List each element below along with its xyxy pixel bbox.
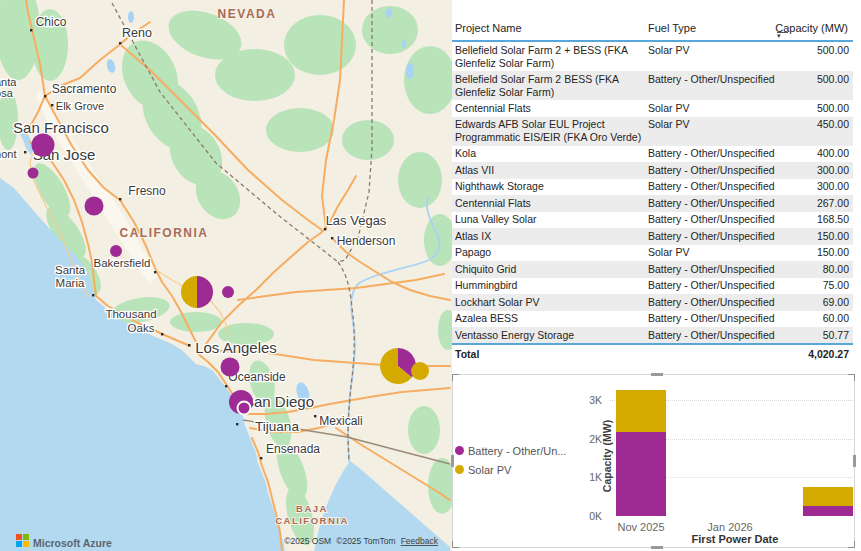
table-row[interactable]: Bellefield Solar Farm 2 BESS (FKA Glenfe… bbox=[452, 71, 853, 100]
ms-logo-yellow-square bbox=[23, 541, 29, 547]
table-row[interactable]: Ventasso Energy StorageBattery - Other/U… bbox=[452, 327, 853, 344]
city-label-mexicali: Mexicali bbox=[319, 414, 362, 428]
cell-capacity: 80.00 bbox=[800, 263, 853, 278]
y-axis-tick-label: 3K bbox=[578, 394, 602, 406]
cell-fuel-type: Solar PV bbox=[648, 44, 800, 72]
legend-label: Battery - Other/Un... bbox=[468, 445, 566, 457]
table-row[interactable]: PapagoSolar PV150.00 bbox=[452, 245, 853, 262]
cell-fuel-type: Solar PV bbox=[648, 118, 800, 146]
y-axis-tick-label: 1K bbox=[578, 471, 602, 483]
legend-label: Solar PV bbox=[468, 464, 511, 476]
azure-map[interactable]: NEVADA CALIFORNIA BAJA CALIFORNIA Chico … bbox=[0, 0, 452, 551]
total-value: 4,020.27 bbox=[800, 348, 853, 361]
resize-handle-bottom-right[interactable] bbox=[848, 541, 855, 548]
bar-segment-battery-other-unspecified[interactable] bbox=[616, 432, 666, 516]
ms-logo-green-square bbox=[23, 534, 29, 540]
cell-fuel-type: Battery - Other/Unspecified bbox=[648, 230, 800, 245]
bubble-battery-south-bay[interactable] bbox=[28, 168, 39, 179]
bar-segment-solar-pv[interactable] bbox=[616, 390, 666, 432]
table-row[interactable]: Bellefield Solar Farm 2 + BESS (FKA Glen… bbox=[452, 42, 853, 71]
city-label-reno: Reno bbox=[122, 26, 152, 40]
table-row[interactable]: KolaBattery - Other/Unspecified400.00 bbox=[452, 146, 853, 163]
cell-fuel-type: Battery - Other/Unspecified bbox=[648, 329, 800, 344]
city-label-las-vegas: Las Vegas bbox=[326, 213, 387, 228]
bubble-battery-central-valley[interactable] bbox=[85, 197, 104, 216]
bubble-battery-san-diego-small[interactable] bbox=[238, 402, 251, 415]
cell-project-name: Luna Valley Solar bbox=[455, 213, 648, 228]
cell-project-name: Azalea BESS bbox=[455, 312, 648, 327]
feedback-link: Feedback bbox=[401, 536, 439, 546]
bubble-solar-blythe-east[interactable] bbox=[411, 362, 429, 380]
table-row[interactable]: Chiquito GridBattery - Other/Unspecified… bbox=[452, 261, 853, 278]
table-row[interactable]: Nighthawk StorageBattery - Other/Unspeci… bbox=[452, 179, 853, 196]
bubble-battery-orange-county[interactable] bbox=[221, 358, 240, 377]
cell-capacity: 69.00 bbox=[800, 296, 853, 311]
cell-fuel-type: Battery - Other/Unspecified bbox=[648, 164, 800, 179]
bar-segment-battery-other-unspecified[interactable] bbox=[803, 506, 853, 516]
bubble-battery-mojave-east[interactable] bbox=[222, 286, 234, 298]
resize-handle-right[interactable] bbox=[853, 455, 856, 467]
state-label-nevada: NEVADA bbox=[218, 7, 277, 21]
table-row[interactable]: Centennial FlatsBattery - Other/Unspecif… bbox=[452, 195, 853, 212]
state-label-california: CALIFORNIA bbox=[120, 226, 209, 240]
report-page: NEVADA CALIFORNIA BAJA CALIFORNIA Chico … bbox=[0, 0, 861, 551]
table-row[interactable]: Luna Valley SolarBattery - Other/Unspeci… bbox=[452, 212, 853, 229]
map-attribution: ©2025 OSM©2025 TomTomFeedback bbox=[284, 536, 438, 546]
y-axis-tick-label: 2K bbox=[578, 433, 602, 445]
resize-handle-top-left[interactable] bbox=[452, 374, 459, 381]
chart-legend: Battery - Other/Un...Solar PV bbox=[455, 441, 566, 479]
bar-segment-solar-pv[interactable] bbox=[803, 487, 853, 506]
cell-capacity: 300.00 bbox=[800, 164, 853, 179]
cell-fuel-type: Battery - Other/Unspecified bbox=[648, 213, 800, 228]
map-visual[interactable]: NEVADA CALIFORNIA BAJA CALIFORNIA Chico … bbox=[0, 0, 452, 551]
table-row[interactable]: Atlas IXBattery - Other/Unspecified150.0… bbox=[452, 228, 853, 245]
resize-handle-top[interactable] bbox=[651, 373, 663, 376]
cell-fuel-type: Battery - Other/Unspecified bbox=[648, 296, 800, 311]
cell-project-name: Chiquito Grid bbox=[455, 263, 648, 278]
bubble-battery-san-jose[interactable] bbox=[32, 134, 55, 157]
table-row[interactable]: Lockhart Solar PVBattery - Other/Unspeci… bbox=[452, 294, 853, 311]
cell-project-name: Papago bbox=[455, 246, 648, 261]
cell-project-name: Nighthawk Storage bbox=[455, 180, 648, 195]
column-header-project-name[interactable]: Project Name bbox=[455, 22, 522, 34]
resize-handle-bottom[interactable] bbox=[651, 546, 663, 549]
table-row[interactable]: Atlas VIIBattery - Other/Unspecified300.… bbox=[452, 162, 853, 179]
cell-project-name: Bellefield Solar Farm 2 + BESS (FKA Glen… bbox=[455, 44, 648, 72]
x-axis-title: First Power Date bbox=[660, 533, 810, 545]
city-label-santa-maria-2: Maria bbox=[56, 277, 85, 289]
resize-handle-top-right[interactable] bbox=[848, 374, 855, 381]
bubble-battery-kern[interactable] bbox=[110, 245, 122, 257]
cell-fuel-type: Solar PV bbox=[648, 246, 800, 261]
cell-capacity: 450.00 bbox=[800, 118, 853, 146]
cell-capacity: 300.00 bbox=[800, 180, 853, 195]
table-row[interactable]: Azalea BESSBattery - Other/Unspecified60… bbox=[452, 311, 853, 328]
ms-logo-red-square bbox=[16, 534, 22, 540]
legend-item[interactable]: Battery - Other/Un... bbox=[455, 441, 566, 460]
column-header-fuel-type[interactable]: Fuel Type bbox=[648, 22, 696, 34]
legend-item[interactable]: Solar PV bbox=[455, 460, 566, 479]
state-label-baja-2: CALIFORNIA bbox=[275, 515, 349, 526]
cell-project-name: Centennial Flats bbox=[455, 102, 648, 117]
table-header: Project Name Fuel Type Capacity (MW) ▾ bbox=[452, 20, 852, 40]
resize-handle-bottom-left[interactable] bbox=[452, 541, 459, 548]
cell-fuel-type: Battery - Other/Unspecified bbox=[648, 73, 800, 101]
table-body: Bellefield Solar Farm 2 + BESS (FKA Glen… bbox=[452, 42, 853, 344]
cell-project-name: Kola bbox=[455, 147, 648, 162]
y-axis-title: Capacity (MW) bbox=[601, 411, 613, 501]
city-label-san-diego: San Diego bbox=[244, 393, 314, 410]
resize-handle-left[interactable] bbox=[451, 455, 454, 467]
city-label-ensenada: Ensenada bbox=[266, 442, 320, 456]
table-row[interactable]: Edwards AFB Solar EUL Project Programmat… bbox=[452, 117, 853, 146]
table-row[interactable]: Centennial FlatsSolar PV500.00 bbox=[452, 100, 853, 117]
cell-project-name: Hummingbird bbox=[455, 279, 648, 294]
cell-fuel-type: Solar PV bbox=[648, 102, 800, 117]
table-row[interactable]: HummingbirdBattery - Other/Unspecified75… bbox=[452, 278, 853, 295]
cell-capacity: 500.00 bbox=[800, 73, 853, 101]
city-label-sacramento: Sacramento bbox=[52, 82, 117, 96]
cell-capacity: 150.00 bbox=[800, 230, 853, 245]
cell-fuel-type: Battery - Other/Unspecified bbox=[648, 197, 800, 212]
cell-capacity: 500.00 bbox=[800, 44, 853, 72]
cell-fuel-type: Battery - Other/Unspecified bbox=[648, 263, 800, 278]
sort-descending-icon[interactable]: ▾ bbox=[777, 33, 781, 39]
cell-capacity: 168.50 bbox=[800, 213, 853, 228]
